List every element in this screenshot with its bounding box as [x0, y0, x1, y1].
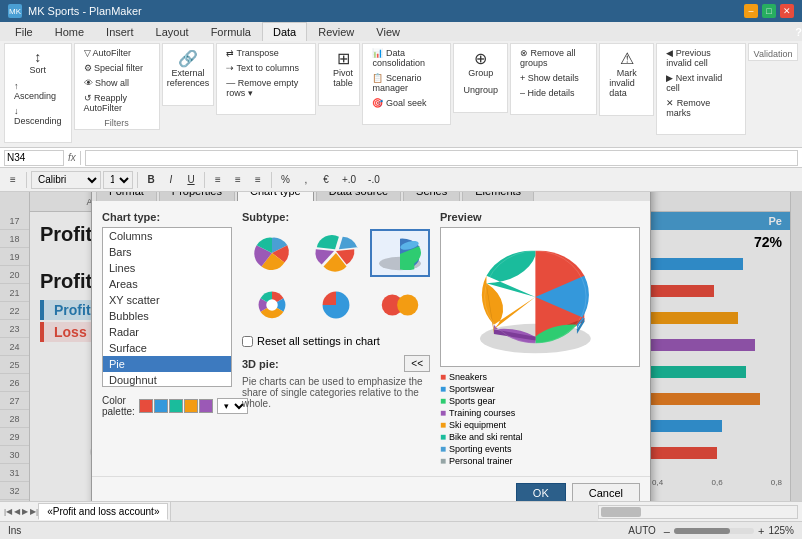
remove-marks-button[interactable]: ✕ Remove marks [661, 96, 741, 120]
pie-description-section: 3D pie: << Pie charts can be used to emp… [242, 355, 430, 409]
chart-type-pie[interactable]: Pie [103, 356, 231, 372]
fmt-div-3 [204, 172, 205, 188]
pivot-table-button[interactable]: ⊞ Pivot table [323, 46, 363, 91]
tab-data[interactable]: Data [262, 22, 307, 41]
horizontal-scrollbar[interactable] [598, 505, 798, 519]
chart-type-areas[interactable]: Areas [103, 276, 231, 292]
tab-chart-type[interactable]: Chart type [237, 192, 314, 201]
special-filter-button[interactable]: ⚙ Special filter [79, 61, 155, 75]
group-button[interactable]: ⊕ Group [458, 46, 503, 81]
bold-button[interactable]: B [142, 171, 160, 189]
app-icon: MK [8, 4, 22, 18]
zoom-slider[interactable] [674, 528, 754, 534]
show-all-button[interactable]: 👁 Show all [79, 76, 155, 90]
tab-format[interactable]: Format [96, 192, 157, 201]
swatch-red[interactable] [139, 399, 153, 413]
text-to-columns-button[interactable]: ⇢ Text to columns [221, 61, 311, 75]
scroll-first-button[interactable]: |◀ [4, 507, 12, 516]
font-select[interactable]: Calibri [31, 171, 101, 189]
close-window-button[interactable]: ✕ [780, 4, 794, 18]
subtype-pie-6[interactable] [370, 281, 430, 329]
chart-type-list[interactable]: Columns Bars Lines Areas XY scatter Bubb… [102, 227, 232, 387]
minimize-button[interactable]: – [744, 4, 758, 18]
name-box[interactable] [4, 150, 64, 166]
tab-insert[interactable]: Insert [95, 22, 145, 41]
reset-row: Reset all settings in chart [242, 335, 430, 347]
descending-button[interactable]: ↓ Descending [9, 104, 67, 128]
ok-button[interactable]: OK [516, 483, 566, 501]
scroll-last-button[interactable]: ▶| [30, 507, 38, 516]
tab-properties[interactable]: Properties [159, 192, 235, 201]
autofilter-button[interactable]: ▽ AutoFilter [79, 46, 155, 60]
subtype-pie-exploded[interactable] [306, 229, 366, 277]
cancel-button[interactable]: Cancel [572, 483, 640, 501]
external-references-button[interactable]: 🔗 External references [167, 46, 210, 91]
align-left-button[interactable]: ≡ [209, 171, 227, 189]
formula-input[interactable] [85, 150, 798, 166]
decrease-decimal-button[interactable]: -.0 [363, 171, 385, 189]
chart-type-columns[interactable]: Columns [103, 228, 231, 244]
ungroup-button[interactable]: Ungroup [458, 82, 503, 98]
currency-button[interactable]: € [317, 171, 335, 189]
chart-type-bars[interactable]: Bars [103, 244, 231, 260]
goal-seek-button[interactable]: 🎯 Goal seek [367, 96, 446, 110]
show-details-button[interactable]: + Show details [515, 71, 592, 85]
tab-review[interactable]: Review [307, 22, 365, 41]
data-consolidation-button[interactable]: 📊 Data consolidation [367, 46, 446, 70]
hide-details-button[interactable]: – Hide details [515, 86, 592, 100]
underline-button[interactable]: U [182, 171, 200, 189]
reapply-autofilter-button[interactable]: ↺ Reapply AutoFilter [79, 91, 155, 115]
formula-bar: fx [0, 148, 802, 168]
help-button[interactable]: ? [795, 22, 802, 41]
remove-all-groups-button[interactable]: ⊗ Remove all groups [515, 46, 592, 70]
format-btn-1[interactable]: ≡ [4, 171, 22, 189]
subtype-pie-3d[interactable] [370, 229, 430, 277]
sort-button[interactable]: ↕ Sort [9, 46, 67, 78]
zoom-in-button[interactable]: + [758, 525, 764, 537]
filter-group-label: Filters [75, 118, 159, 128]
chart-type-surface[interactable]: Surface [103, 340, 231, 356]
scroll-prev-button[interactable]: ◀ [14, 507, 20, 516]
swatch-purple[interactable] [199, 399, 213, 413]
reset-checkbox[interactable] [242, 336, 253, 347]
zoom-out-button[interactable]: – [664, 525, 670, 537]
remove-empty-rows-button[interactable]: — Remove empty rows ▾ [221, 76, 311, 100]
sheet-tab-profit-loss[interactable]: «Profit and loss account» [38, 503, 168, 520]
percent-button[interactable]: % [276, 171, 295, 189]
comma-button[interactable]: , [297, 171, 315, 189]
align-center-button[interactable]: ≡ [229, 171, 247, 189]
tab-view[interactable]: View [365, 22, 411, 41]
increase-decimal-button[interactable]: +.0 [337, 171, 361, 189]
size-select[interactable]: 11 [103, 171, 133, 189]
next-invalid-button[interactable]: ▶ Next invalid cell [661, 71, 741, 95]
ascending-button[interactable]: ↑ Ascending [9, 79, 67, 103]
transpose-button[interactable]: ⇄ Transpose [221, 46, 311, 60]
tab-series[interactable]: Series [403, 192, 460, 201]
nav-prev-button[interactable]: << [404, 355, 430, 372]
italic-button[interactable]: I [162, 171, 180, 189]
maximize-button[interactable]: □ [762, 4, 776, 18]
scenario-manager-button[interactable]: 📋 Scenario manager [367, 71, 446, 95]
tab-layout[interactable]: Layout [145, 22, 200, 41]
tab-formula[interactable]: Formula [200, 22, 262, 41]
swatch-orange[interactable] [184, 399, 198, 413]
tab-elements[interactable]: Elements [462, 192, 534, 201]
legend-item-6: ■Bike and ski rental [440, 431, 640, 442]
swatch-blue[interactable] [154, 399, 168, 413]
align-right-button[interactable]: ≡ [249, 171, 267, 189]
prev-invalid-button[interactable]: ◀ Previous invalid cell [661, 46, 741, 70]
tab-home[interactable]: Home [44, 22, 95, 41]
subtype-pie-5[interactable] [306, 281, 366, 329]
chart-type-lines[interactable]: Lines [103, 260, 231, 276]
tab-data-source[interactable]: Data source [316, 192, 401, 201]
chart-type-bubbles[interactable]: Bubbles [103, 308, 231, 324]
scroll-next-button[interactable]: ▶ [22, 507, 28, 516]
swatch-teal[interactable] [169, 399, 183, 413]
chart-type-radar[interactable]: Radar [103, 324, 231, 340]
mark-invalid-data-button[interactable]: ⚠ Mark invalid data [604, 46, 649, 101]
chart-type-doughnut[interactable]: Doughnut [103, 372, 231, 387]
subtype-pie-normal[interactable] [242, 229, 302, 277]
chart-type-xy-scatter[interactable]: XY scatter [103, 292, 231, 308]
tab-file[interactable]: File [4, 22, 44, 41]
subtype-pie-4[interactable] [242, 281, 302, 329]
